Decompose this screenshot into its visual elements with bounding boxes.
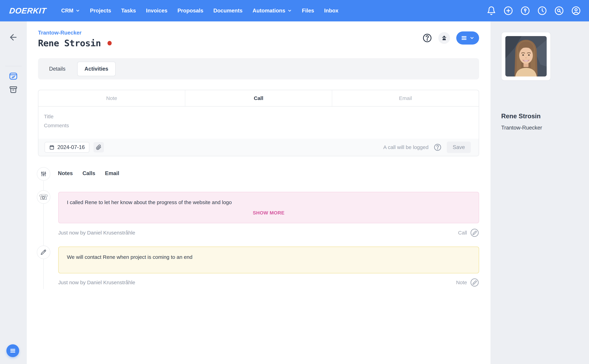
note-entry-author: Just now by Daniel Krusenstråhle <box>58 280 135 286</box>
nav-item-crm[interactable]: CRM <box>61 8 80 14</box>
activity-composer: Note Call Email 2024-07-16 A call will b… <box>38 90 479 156</box>
help-icon[interactable] <box>422 33 432 43</box>
timeline-filter-tabs: Notes Calls Email <box>58 170 119 176</box>
profile-name: Rene Strosin <box>501 113 541 120</box>
save-button[interactable]: Save <box>447 142 471 153</box>
dashboard-icon[interactable] <box>9 72 18 81</box>
chevron-down-icon <box>287 8 292 13</box>
call-entry-marker: ☏ <box>37 190 50 204</box>
timeline-filter-button[interactable] <box>37 167 50 181</box>
nav-item-automations-label: Automations <box>252 8 285 14</box>
record-menu-button[interactable] <box>456 32 479 45</box>
filter-tab-calls[interactable]: Calls <box>82 170 95 176</box>
archive-icon[interactable] <box>9 85 18 94</box>
pencil-icon <box>40 249 47 256</box>
filter-tab-notes[interactable]: Notes <box>58 170 73 176</box>
main-menu: CRM Projects Tasks Invoices Proposals Do… <box>61 8 338 14</box>
impersonate-button[interactable] <box>438 32 450 44</box>
nav-icon-group <box>487 6 581 15</box>
edit-call-icon[interactable] <box>470 228 479 237</box>
back-arrow-icon[interactable] <box>8 32 18 42</box>
note-entry-card: We will contact Rene when project is com… <box>58 247 479 273</box>
profile-photo <box>505 36 547 77</box>
nav-item-projects[interactable]: Projects <box>90 8 111 14</box>
attach-file-button[interactable] <box>93 142 104 152</box>
sidebar-divider <box>5 66 22 66</box>
nav-item-crm-label: CRM <box>61 8 73 14</box>
composer-tab-call[interactable]: Call <box>185 90 332 106</box>
paperclip-icon <box>96 144 101 150</box>
user-icon[interactable] <box>571 6 581 15</box>
composer-tab-email[interactable]: Email <box>332 90 479 106</box>
plus-circle-icon[interactable] <box>504 6 513 15</box>
call-entry-author: Just now by Daniel Krusenstråhle <box>58 230 135 236</box>
app-logo: DOERKIT <box>9 6 47 15</box>
app-window: DOERKIT CRM Projects Tasks Invoices Prop… <box>0 0 589 364</box>
spy-icon <box>441 35 447 41</box>
note-entry-type: Note <box>456 280 467 286</box>
nav-item-documents[interactable]: Documents <box>213 8 243 14</box>
edit-note-icon[interactable] <box>470 278 479 287</box>
status-dot <box>107 41 112 46</box>
title-input[interactable] <box>44 112 473 121</box>
profile-photo-card <box>501 32 551 81</box>
nav-item-invoices[interactable]: Invoices <box>146 8 167 14</box>
date-picker-button[interactable]: 2024-07-16 <box>45 142 89 153</box>
location-circle-icon[interactable] <box>521 6 530 15</box>
phone-icon: ☏ <box>39 193 48 201</box>
nav-item-automations[interactable]: Automations <box>252 8 292 14</box>
chevron-down-icon <box>470 36 474 40</box>
main-content: Trantow-Ruecker Rene Strosin Details Act… <box>27 21 490 364</box>
clock-icon[interactable] <box>537 6 547 15</box>
nav-item-tasks[interactable]: Tasks <box>121 8 136 14</box>
menu-icon <box>461 35 467 41</box>
bell-icon[interactable] <box>487 6 496 15</box>
call-entry-type: Call <box>458 230 467 236</box>
show-more-link[interactable]: SHOW MORE <box>59 210 479 216</box>
record-actions <box>422 32 479 45</box>
composer-tab-note[interactable]: Note <box>38 90 185 106</box>
breadcrumb-company-link[interactable]: Trantow-Ruecker <box>38 30 82 36</box>
left-sidebar <box>0 21 27 364</box>
hint-help-icon[interactable] <box>434 143 442 151</box>
page-title-row: Rene Strosin <box>38 38 112 48</box>
tab-details[interactable]: Details <box>42 66 72 72</box>
top-nav: DOERKIT CRM Projects Tasks Invoices Prop… <box>0 0 589 21</box>
nav-item-inbox[interactable]: Inbox <box>324 8 338 14</box>
nav-item-proposals[interactable]: Proposals <box>178 8 203 14</box>
search-icon[interactable] <box>555 6 564 15</box>
chevron-down-icon <box>76 8 80 13</box>
sliders-icon <box>40 171 47 177</box>
call-entry-meta: Just now by Daniel Krusenstråhle Call <box>58 228 479 237</box>
date-value: 2024-07-16 <box>57 144 85 150</box>
profile-company: Trantow-Ruecker <box>501 125 542 131</box>
comments-input[interactable] <box>44 121 473 130</box>
profile-sidebar: Rene Strosin Trantow-Ruecker <box>490 21 589 364</box>
composer-tabs: Note Call Email <box>38 90 479 107</box>
call-entry-card: I called Rene to let her know about the … <box>58 192 479 223</box>
note-entry-meta: Just now by Daniel Krusenstråhle Note <box>58 278 479 287</box>
composer-footer: 2024-07-16 A call will be logged Save <box>38 139 479 156</box>
composer-hint: A call will be logged <box>383 144 429 150</box>
record-tabs: Details Activities <box>38 58 479 79</box>
filter-tab-email[interactable]: Email <box>105 170 119 176</box>
page-title: Rene Strosin <box>38 38 101 48</box>
call-entry-text: I called Rene to let her know about the … <box>59 192 479 205</box>
nav-item-files[interactable]: Files <box>302 8 314 14</box>
composer-fields <box>38 107 479 130</box>
calendar-icon <box>49 144 55 150</box>
tab-activities[interactable]: Activities <box>77 62 116 76</box>
note-entry-text: We will contact Rene when project is com… <box>59 247 479 260</box>
note-entry-marker <box>37 246 50 259</box>
menu-fab-button[interactable] <box>7 344 19 357</box>
